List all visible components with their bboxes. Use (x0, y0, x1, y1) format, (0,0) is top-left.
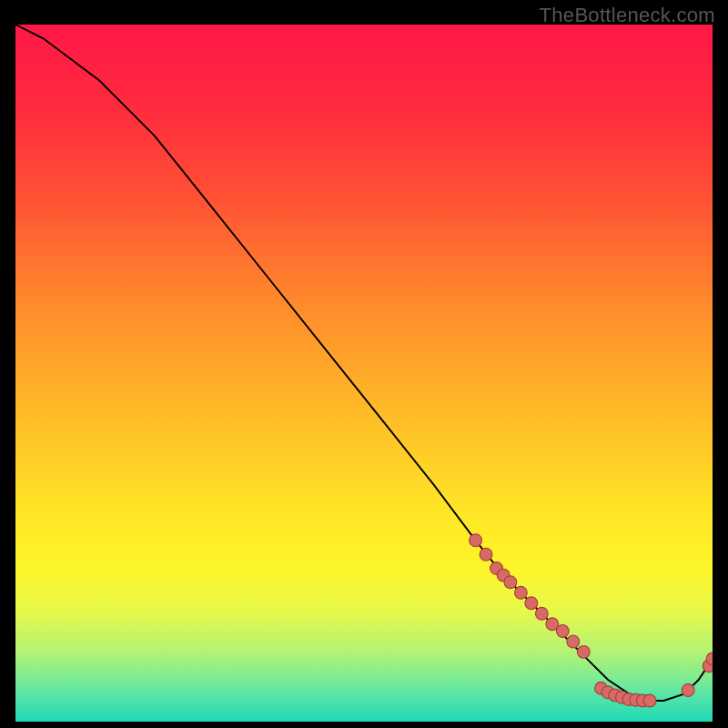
data-marker (470, 534, 482, 547)
data-marker (480, 548, 492, 561)
data-markers (470, 534, 713, 707)
data-marker (514, 586, 527, 599)
data-marker (682, 684, 694, 697)
data-marker (556, 625, 569, 638)
data-marker (535, 607, 548, 620)
data-marker (643, 694, 656, 707)
data-marker (577, 646, 590, 659)
chart-frame (14, 23, 714, 723)
chart-plot-layer (15, 25, 713, 722)
bottleneck-curve (15, 25, 713, 701)
data-marker (567, 635, 580, 648)
data-marker (525, 597, 538, 610)
data-marker (504, 576, 517, 589)
